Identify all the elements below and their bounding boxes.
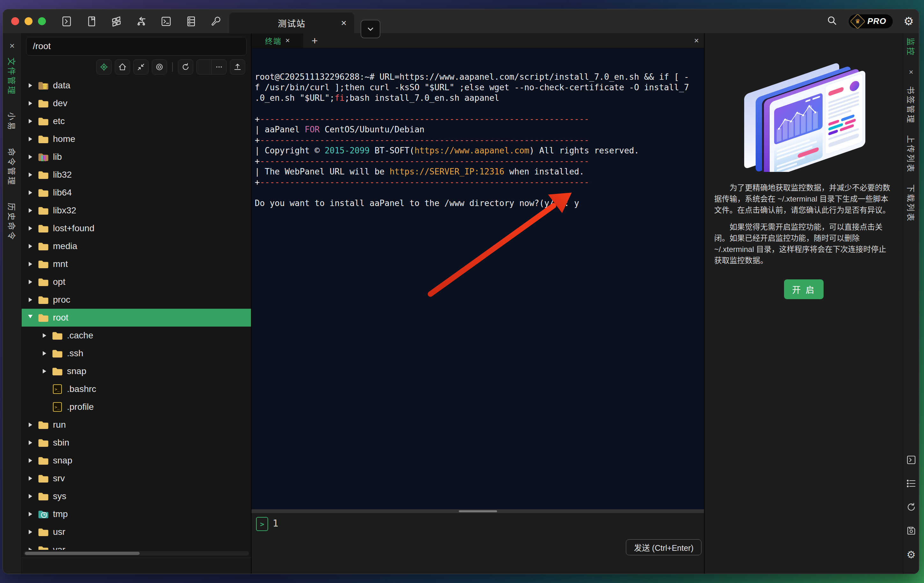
tree-item-mnt[interactable]: mnt <box>22 255 251 273</box>
add-terminal-icon[interactable]: + <box>312 35 318 46</box>
tree-chevron-box[interactable] <box>26 101 35 106</box>
tree-item-opt[interactable]: opt <box>22 273 251 291</box>
tree-chevron-box[interactable] <box>26 208 35 213</box>
chevron-right-icon[interactable] <box>29 208 32 213</box>
path-input[interactable] <box>26 37 246 56</box>
more-ellipsis-icon[interactable] <box>211 59 226 74</box>
tree-item-libx32[interactable]: libx32 <box>22 201 251 220</box>
tree-item-etc[interactable]: etc <box>22 112 251 130</box>
tree-item-lib32[interactable]: lib32 <box>22 166 251 184</box>
chevron-right-icon[interactable] <box>29 173 32 177</box>
tree-chevron-box[interactable] <box>26 244 35 248</box>
tree-chevron-box[interactable] <box>26 226 35 231</box>
tree-item-.cache[interactable]: .cache <box>22 327 251 344</box>
task-list-icon[interactable] <box>906 479 916 490</box>
locate-target-icon[interactable] <box>96 59 112 74</box>
close-window-button[interactable] <box>11 17 19 25</box>
tree-chevron-box[interactable] <box>26 512 35 516</box>
tree-item-sbin[interactable]: sbin <box>22 434 251 452</box>
tree-chevron-box[interactable] <box>26 190 35 195</box>
tree-item-root[interactable]: root <box>22 309 251 327</box>
tree-item-lost+found[interactable]: lost+found <box>22 220 251 237</box>
settings-gear-icon[interactable]: ⚙ <box>904 16 914 27</box>
chevron-right-icon[interactable] <box>43 333 46 338</box>
drag-handle[interactable] <box>459 510 497 512</box>
tree-item-srv[interactable]: srv <box>22 469 251 487</box>
favorite-heart-icon[interactable] <box>197 59 211 74</box>
settings-gear-icon[interactable]: ⚙ <box>906 550 916 560</box>
tree-chevron-box[interactable] <box>40 333 48 338</box>
terminal-tab-close-icon[interactable]: × <box>285 36 290 45</box>
tree-item-snap[interactable]: snap <box>22 362 251 380</box>
chevron-right-icon[interactable] <box>43 369 46 373</box>
tree-chevron-box[interactable] <box>26 494 35 499</box>
chevron-right-icon[interactable] <box>29 226 32 231</box>
chevron-right-icon[interactable] <box>29 262 32 266</box>
session-tab-close-icon[interactable]: × <box>341 18 346 28</box>
tree-item-lib[interactable]: lib <box>22 148 251 166</box>
right-strip-tab-3[interactable]: 下载列表 <box>906 184 917 223</box>
tools-wrench-icon[interactable] <box>210 15 222 27</box>
terminal-panel-close-icon[interactable]: × <box>694 36 699 46</box>
tree-chevron-box[interactable] <box>26 476 35 481</box>
terminal-screen[interactable]: root@C202511132296288:~# URL=https://www… <box>252 48 704 509</box>
tree-chevron-box[interactable] <box>26 262 35 266</box>
right-strip-tab-1[interactable]: 书签管理 <box>906 86 917 124</box>
tree-item-home[interactable]: home <box>22 130 251 148</box>
tree-item-.bashrc[interactable]: >_.bashrc <box>22 380 251 398</box>
tree-chevron-box[interactable] <box>26 315 35 320</box>
scrollbar-thumb[interactable] <box>25 552 140 555</box>
left-strip-tab-2[interactable]: 命令管理 <box>7 148 18 186</box>
show-hidden-icon[interactable] <box>152 59 167 74</box>
chevron-right-icon[interactable] <box>29 548 32 550</box>
terminal-panel-icon[interactable] <box>906 455 916 466</box>
forward-port-icon[interactable] <box>135 15 147 27</box>
tree-item-var[interactable]: var <box>22 541 251 550</box>
tree-item-media[interactable]: media <box>22 237 251 255</box>
chevron-right-icon[interactable] <box>29 101 32 106</box>
tree-item-snap[interactable]: snap <box>22 452 251 469</box>
right-strip-tab-2[interactable]: 上传列表 <box>906 135 917 173</box>
tree-item-run[interactable]: run <box>22 416 251 434</box>
chevron-right-icon[interactable] <box>29 297 32 302</box>
close-sidebar-icon[interactable]: × <box>10 41 15 51</box>
right-strip-close-icon[interactable]: × <box>906 68 917 76</box>
chevron-down-icon[interactable] <box>28 315 33 320</box>
tree-chevron-box[interactable] <box>26 155 35 159</box>
terminal-icon[interactable] <box>160 15 172 27</box>
pro-badge[interactable]: ♛ PRO <box>849 14 893 28</box>
tree-chevron-box[interactable] <box>40 351 48 356</box>
bookmark-book-icon[interactable] <box>86 15 97 27</box>
tree-item-.ssh[interactable]: .ssh <box>22 344 251 362</box>
session-tab[interactable]: 测试站 × <box>229 12 354 33</box>
tree-chevron-box[interactable] <box>26 173 35 177</box>
tree-chevron-box[interactable] <box>26 137 35 141</box>
chevron-right-icon[interactable] <box>29 280 32 284</box>
tree-item-data[interactable]: data <box>22 76 251 94</box>
chevron-right-icon[interactable] <box>29 494 32 499</box>
tree-chevron-box[interactable] <box>26 441 35 445</box>
tree-item-lib64[interactable]: lib64 <box>22 184 251 201</box>
chevron-right-icon[interactable] <box>29 155 32 159</box>
horizontal-scrollbar[interactable] <box>23 551 249 556</box>
minimize-window-button[interactable] <box>25 17 33 25</box>
tab-list-dropdown-button[interactable] <box>361 20 380 38</box>
reconnect-refresh-icon[interactable] <box>906 502 916 513</box>
tree-chevron-box[interactable] <box>40 369 48 373</box>
chevron-right-icon[interactable] <box>29 458 32 463</box>
chevron-right-icon[interactable] <box>29 119 32 124</box>
tree-chevron-box[interactable] <box>26 119 35 124</box>
chevron-right-icon[interactable] <box>29 476 32 481</box>
chevron-right-icon[interactable] <box>29 512 32 516</box>
right-strip-tab-0[interactable]: 监控 <box>906 38 917 57</box>
chevron-right-icon[interactable] <box>29 244 32 248</box>
refresh-icon[interactable] <box>178 59 193 74</box>
tree-chevron-box[interactable] <box>26 83 35 88</box>
tree-item-.profile[interactable]: >_.profile <box>22 398 251 416</box>
new-terminal-icon[interactable] <box>61 15 73 27</box>
command-input-value[interactable]: 1 <box>272 518 278 529</box>
tree-chevron-box[interactable] <box>26 548 35 550</box>
chevron-right-icon[interactable] <box>29 137 32 141</box>
panel-resize-divider[interactable] <box>252 509 704 513</box>
chevron-right-icon[interactable] <box>29 190 32 195</box>
